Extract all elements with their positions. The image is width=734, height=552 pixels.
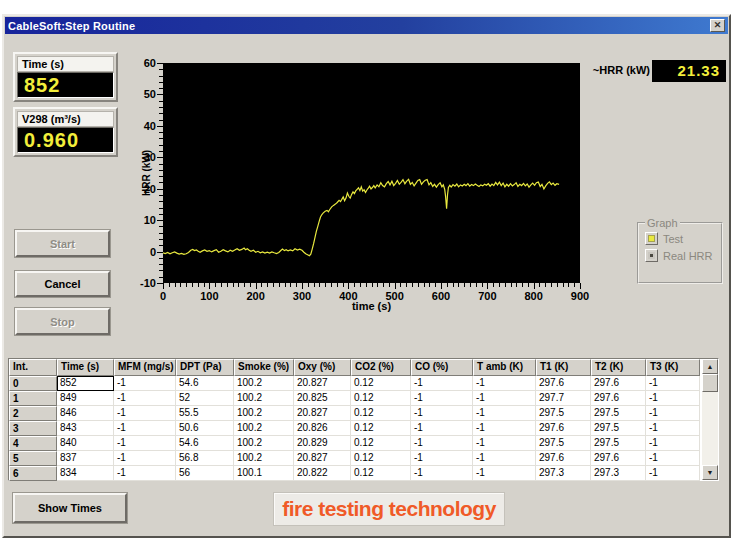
table-cell[interactable]: -1 bbox=[646, 451, 700, 466]
column-header[interactable]: Oxy (%) bbox=[294, 359, 351, 376]
table-cell[interactable]: 0.12 bbox=[351, 451, 411, 466]
table-cell[interactable]: 20.827 bbox=[294, 451, 351, 466]
table-cell[interactable]: 297.6 bbox=[536, 421, 591, 436]
start-button[interactable]: Start bbox=[15, 230, 110, 257]
cancel-button[interactable]: Cancel bbox=[15, 271, 110, 297]
column-header[interactable]: T3 (K) bbox=[646, 359, 700, 376]
table-cell[interactable]: 0.12 bbox=[351, 406, 411, 421]
table-cell[interactable]: 56.8 bbox=[176, 451, 234, 466]
table-cell[interactable]: 100.2 bbox=[234, 421, 294, 436]
table-cell[interactable]: 100.2 bbox=[234, 376, 294, 391]
table-cell[interactable]: -1 bbox=[114, 406, 176, 421]
table-cell[interactable]: -1 bbox=[114, 451, 176, 466]
table-cell[interactable]: -1 bbox=[473, 421, 536, 436]
row-header-cell[interactable]: 3 bbox=[9, 421, 57, 436]
close-button[interactable]: ✕ bbox=[710, 19, 725, 32]
row-header-cell[interactable]: 2 bbox=[9, 406, 57, 421]
table-cell[interactable]: 837 bbox=[57, 451, 114, 466]
table-cell[interactable]: -1 bbox=[411, 421, 473, 436]
table-cell[interactable]: 20.827 bbox=[294, 406, 351, 421]
scroll-down-button[interactable]: ▼ bbox=[702, 465, 718, 480]
titlebar[interactable]: CableSoft:Step Routine ✕ bbox=[5, 17, 728, 34]
table-cell[interactable]: -1 bbox=[646, 466, 700, 481]
table-cell[interactable]: 843 bbox=[57, 421, 114, 436]
graph-option-real-hrr[interactable]: Real HRR bbox=[645, 249, 716, 262]
table-cell[interactable]: -1 bbox=[114, 466, 176, 481]
table-cell[interactable]: 840 bbox=[57, 436, 114, 451]
row-header-cell[interactable]: 1 bbox=[9, 391, 57, 406]
table-cell[interactable]: 20.826 bbox=[294, 421, 351, 436]
table-cell[interactable]: -1 bbox=[411, 376, 473, 391]
table-cell[interactable]: 0.12 bbox=[351, 466, 411, 481]
table-cell[interactable]: 297.3 bbox=[536, 466, 591, 481]
table-cell[interactable]: 297.5 bbox=[591, 436, 646, 451]
table-cell[interactable]: 52 bbox=[176, 391, 234, 406]
table-cell[interactable]: -1 bbox=[411, 406, 473, 421]
table-cell[interactable]: 297.6 bbox=[536, 451, 591, 466]
table-cell[interactable]: -1 bbox=[473, 451, 536, 466]
column-header[interactable]: Time (s) bbox=[57, 359, 114, 376]
table-cell[interactable]: 50.6 bbox=[176, 421, 234, 436]
table-cell[interactable]: -1 bbox=[646, 391, 700, 406]
table-cell[interactable]: -1 bbox=[473, 466, 536, 481]
scrollbar-thumb[interactable] bbox=[702, 374, 718, 392]
table-cell[interactable]: 297.6 bbox=[536, 376, 591, 391]
table-cell[interactable]: 297.5 bbox=[536, 406, 591, 421]
table-cell[interactable]: 297.5 bbox=[536, 436, 591, 451]
table-cell[interactable]: 20.822 bbox=[294, 466, 351, 481]
table-cell[interactable]: 297.5 bbox=[591, 421, 646, 436]
table-cell[interactable]: -1 bbox=[646, 436, 700, 451]
table-cell[interactable]: 100.2 bbox=[234, 406, 294, 421]
table-cell[interactable]: -1 bbox=[411, 466, 473, 481]
table-cell[interactable]: 834 bbox=[57, 466, 114, 481]
table-cell[interactable]: 55.5 bbox=[176, 406, 234, 421]
row-header-cell[interactable]: 5 bbox=[9, 451, 57, 466]
table-cell[interactable]: 100.1 bbox=[234, 466, 294, 481]
test-indicator-button[interactable] bbox=[645, 232, 658, 245]
table-cell[interactable]: 20.829 bbox=[294, 436, 351, 451]
table-cell[interactable]: -1 bbox=[473, 406, 536, 421]
column-header[interactable]: T2 (K) bbox=[591, 359, 646, 376]
table-cell[interactable]: 100.2 bbox=[234, 391, 294, 406]
table-cell[interactable]: 0.12 bbox=[351, 391, 411, 406]
stop-button[interactable]: Stop bbox=[15, 308, 110, 335]
table-cell[interactable]: -1 bbox=[646, 376, 700, 391]
table-cell[interactable]: 100.2 bbox=[234, 451, 294, 466]
column-header[interactable]: CO2 (%) bbox=[351, 359, 411, 376]
table-cell[interactable]: -1 bbox=[473, 391, 536, 406]
column-header[interactable]: MFM (mg/s) bbox=[114, 359, 176, 376]
table-cell[interactable]: -1 bbox=[646, 421, 700, 436]
table-cell[interactable]: -1 bbox=[411, 391, 473, 406]
table-cell[interactable]: 20.827 bbox=[294, 376, 351, 391]
table-cell[interactable]: -1 bbox=[473, 376, 536, 391]
table-cell[interactable]: 849 bbox=[57, 391, 114, 406]
table-cell[interactable]: -1 bbox=[114, 421, 176, 436]
table-cell[interactable]: 0.12 bbox=[351, 436, 411, 451]
row-header-cell[interactable]: 4 bbox=[9, 436, 57, 451]
table-cell[interactable]: 297.6 bbox=[591, 376, 646, 391]
graph-option-test[interactable]: Test bbox=[645, 232, 716, 245]
table-cell[interactable]: 0.12 bbox=[351, 421, 411, 436]
column-header[interactable]: Int. bbox=[9, 359, 57, 376]
table-cell[interactable]: 297.6 bbox=[591, 391, 646, 406]
table-cell[interactable]: 297.5 bbox=[591, 406, 646, 421]
column-header[interactable]: DPT (Pa) bbox=[176, 359, 234, 376]
table-cell[interactable]: 297.3 bbox=[591, 466, 646, 481]
row-header-cell[interactable]: 6 bbox=[9, 466, 57, 481]
table-cell[interactable]: 297.7 bbox=[536, 391, 591, 406]
column-header[interactable]: T1 (K) bbox=[536, 359, 591, 376]
table-cell[interactable]: 100.2 bbox=[234, 436, 294, 451]
table-cell[interactable]: 20.825 bbox=[294, 391, 351, 406]
table-cell[interactable]: 0.12 bbox=[351, 376, 411, 391]
show-times-button[interactable]: Show Times bbox=[13, 493, 127, 523]
column-header[interactable]: Smoke (%) bbox=[234, 359, 294, 376]
table-cell[interactable]: -1 bbox=[411, 436, 473, 451]
real-hrr-indicator-button[interactable] bbox=[645, 249, 658, 262]
table-scrollbar[interactable]: ▲ ▼ bbox=[702, 359, 718, 480]
table-cell[interactable]: -1 bbox=[473, 436, 536, 451]
table-cell[interactable]: -1 bbox=[646, 406, 700, 421]
table-cell[interactable]: 54.6 bbox=[176, 376, 234, 391]
table-cell[interactable]: 297.6 bbox=[591, 451, 646, 466]
table-cell[interactable]: -1 bbox=[114, 436, 176, 451]
scroll-up-button[interactable]: ▲ bbox=[702, 359, 718, 374]
